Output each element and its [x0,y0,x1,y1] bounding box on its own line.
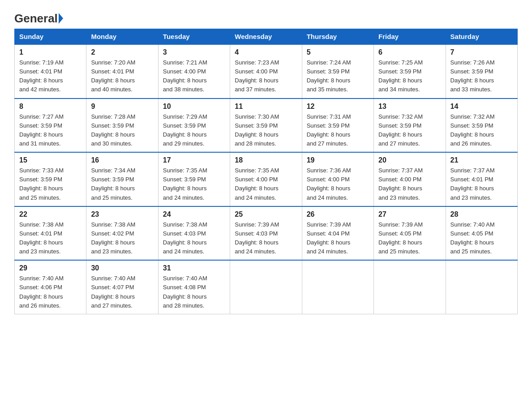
calendar-cell: 20Sunrise: 7:37 AMSunset: 4:00 PMDayligh… [374,152,446,206]
calendar-cell: 12Sunrise: 7:31 AMSunset: 3:59 PMDayligh… [302,98,373,153]
day-number: 3 [163,48,225,56]
day-number: 23 [91,210,153,218]
day-number: 12 [307,103,369,111]
day-number: 10 [163,103,225,111]
day-number: 13 [378,103,441,111]
day-number: 4 [235,48,297,56]
day-number: 5 [307,48,369,56]
day-number: 20 [378,156,441,164]
day-info: Sunrise: 7:36 AMSunset: 4:00 PMDaylight:… [307,166,369,202]
day-info: Sunrise: 7:31 AMSunset: 3:59 PMDaylight:… [307,112,369,149]
logo: General [14,13,63,24]
calendar-cell: 16Sunrise: 7:34 AMSunset: 3:59 PMDayligh… [86,152,158,206]
calendar-cell: 30Sunrise: 7:40 AMSunset: 4:07 PMDayligh… [86,260,158,314]
day-number: 26 [307,210,369,218]
day-info: Sunrise: 7:24 AMSunset: 3:59 PMDaylight:… [307,58,369,94]
day-info: Sunrise: 7:39 AMSunset: 4:05 PMDaylight:… [378,220,441,257]
day-info: Sunrise: 7:29 AMSunset: 3:59 PMDaylight:… [163,112,225,149]
calendar-cell: 14Sunrise: 7:32 AMSunset: 3:59 PMDayligh… [446,98,517,153]
day-info: Sunrise: 7:35 AMSunset: 3:59 PMDaylight:… [163,166,225,202]
logo-triangle-icon [59,13,63,24]
page-header: General [14,11,518,24]
calendar-cell: 1Sunrise: 7:19 AMSunset: 4:01 PMDaylight… [15,44,86,98]
calendar-cell: 26Sunrise: 7:39 AMSunset: 4:04 PMDayligh… [302,206,373,261]
day-number: 29 [19,264,82,272]
day-info: Sunrise: 7:40 AMSunset: 4:08 PMDaylight:… [163,274,225,310]
day-number: 7 [450,48,513,56]
day-info: Sunrise: 7:30 AMSunset: 3:59 PMDaylight:… [235,112,297,149]
day-info: Sunrise: 7:39 AMSunset: 4:04 PMDaylight:… [307,220,369,257]
week-row-2: 8Sunrise: 7:27 AMSunset: 3:59 PMDaylight… [15,98,518,153]
day-number: 18 [235,156,297,164]
day-number: 19 [307,156,369,164]
calendar-cell: 27Sunrise: 7:39 AMSunset: 4:05 PMDayligh… [374,206,446,261]
calendar-table: SundayMondayTuesdayWednesdayThursdayFrid… [14,29,518,314]
logo-general-text: General [14,13,63,24]
day-info: Sunrise: 7:32 AMSunset: 3:59 PMDaylight:… [450,112,513,149]
day-info: Sunrise: 7:40 AMSunset: 4:06 PMDaylight:… [19,274,82,310]
day-number: 25 [235,210,297,218]
day-info: Sunrise: 7:38 AMSunset: 4:02 PMDaylight:… [91,220,153,257]
calendar-cell: 10Sunrise: 7:29 AMSunset: 3:59 PMDayligh… [158,98,230,153]
day-number: 8 [19,103,82,111]
day-info: Sunrise: 7:33 AMSunset: 3:59 PMDaylight:… [19,166,82,202]
weekday-header-tuesday: Tuesday [158,29,230,45]
day-info: Sunrise: 7:27 AMSunset: 3:59 PMDaylight:… [19,112,82,149]
day-info: Sunrise: 7:37 AMSunset: 4:00 PMDaylight:… [378,166,441,202]
calendar-cell: 21Sunrise: 7:37 AMSunset: 4:01 PMDayligh… [446,152,517,206]
calendar-cell: 2Sunrise: 7:20 AMSunset: 4:01 PMDaylight… [86,44,158,98]
day-number: 9 [91,103,153,111]
day-number: 21 [450,156,513,164]
calendar-cell [374,260,446,314]
calendar-cell: 9Sunrise: 7:28 AMSunset: 3:59 PMDaylight… [86,98,158,153]
day-number: 31 [163,264,225,272]
day-number: 11 [235,103,297,111]
week-row-4: 22Sunrise: 7:38 AMSunset: 4:01 PMDayligh… [15,206,518,261]
day-info: Sunrise: 7:23 AMSunset: 4:00 PMDaylight:… [235,58,297,94]
day-number: 22 [19,210,82,218]
weekday-header-sunday: Sunday [15,29,86,45]
calendar-cell: 5Sunrise: 7:24 AMSunset: 3:59 PMDaylight… [302,44,373,98]
day-info: Sunrise: 7:40 AMSunset: 4:07 PMDaylight:… [91,274,153,310]
calendar-cell: 8Sunrise: 7:27 AMSunset: 3:59 PMDaylight… [15,98,86,153]
calendar-cell: 24Sunrise: 7:38 AMSunset: 4:03 PMDayligh… [158,206,230,261]
day-info: Sunrise: 7:28 AMSunset: 3:59 PMDaylight:… [91,112,153,149]
day-info: Sunrise: 7:25 AMSunset: 3:59 PMDaylight:… [378,58,441,94]
day-info: Sunrise: 7:35 AMSunset: 4:00 PMDaylight:… [235,166,297,202]
weekday-header-thursday: Thursday [302,29,373,45]
day-info: Sunrise: 7:37 AMSunset: 4:01 PMDaylight:… [450,166,513,202]
day-number: 17 [163,156,225,164]
day-info: Sunrise: 7:34 AMSunset: 3:59 PMDaylight:… [91,166,153,202]
day-number: 27 [378,210,441,218]
calendar-cell: 17Sunrise: 7:35 AMSunset: 3:59 PMDayligh… [158,152,230,206]
calendar-cell: 29Sunrise: 7:40 AMSunset: 4:06 PMDayligh… [15,260,86,314]
calendar-cell: 4Sunrise: 7:23 AMSunset: 4:00 PMDaylight… [230,44,302,98]
weekday-header-monday: Monday [86,29,158,45]
calendar-cell: 11Sunrise: 7:30 AMSunset: 3:59 PMDayligh… [230,98,302,153]
day-info: Sunrise: 7:32 AMSunset: 3:59 PMDaylight:… [378,112,441,149]
calendar-cell: 19Sunrise: 7:36 AMSunset: 4:00 PMDayligh… [302,152,373,206]
day-info: Sunrise: 7:40 AMSunset: 4:05 PMDaylight:… [450,220,513,257]
calendar-cell: 25Sunrise: 7:39 AMSunset: 4:03 PMDayligh… [230,206,302,261]
day-number: 2 [91,48,153,56]
day-info: Sunrise: 7:38 AMSunset: 4:03 PMDaylight:… [163,220,225,257]
day-number: 28 [450,210,513,218]
weekday-header-friday: Friday [374,29,446,45]
week-row-1: 1Sunrise: 7:19 AMSunset: 4:01 PMDaylight… [15,44,518,98]
day-number: 15 [19,156,82,164]
calendar-cell: 18Sunrise: 7:35 AMSunset: 4:00 PMDayligh… [230,152,302,206]
weekday-header-saturday: Saturday [446,29,517,45]
day-number: 30 [91,264,153,272]
calendar-cell: 6Sunrise: 7:25 AMSunset: 3:59 PMDaylight… [374,44,446,98]
day-info: Sunrise: 7:21 AMSunset: 4:00 PMDaylight:… [163,58,225,94]
calendar-cell: 28Sunrise: 7:40 AMSunset: 4:05 PMDayligh… [446,206,517,261]
calendar-cell: 22Sunrise: 7:38 AMSunset: 4:01 PMDayligh… [15,206,86,261]
day-number: 14 [450,103,513,111]
calendar-cell: 3Sunrise: 7:21 AMSunset: 4:00 PMDaylight… [158,44,230,98]
day-info: Sunrise: 7:20 AMSunset: 4:01 PMDaylight:… [91,58,153,94]
calendar-cell: 23Sunrise: 7:38 AMSunset: 4:02 PMDayligh… [86,206,158,261]
day-info: Sunrise: 7:26 AMSunset: 3:59 PMDaylight:… [450,58,513,94]
calendar-cell [446,260,517,314]
calendar-cell: 13Sunrise: 7:32 AMSunset: 3:59 PMDayligh… [374,98,446,153]
day-number: 1 [19,48,82,56]
